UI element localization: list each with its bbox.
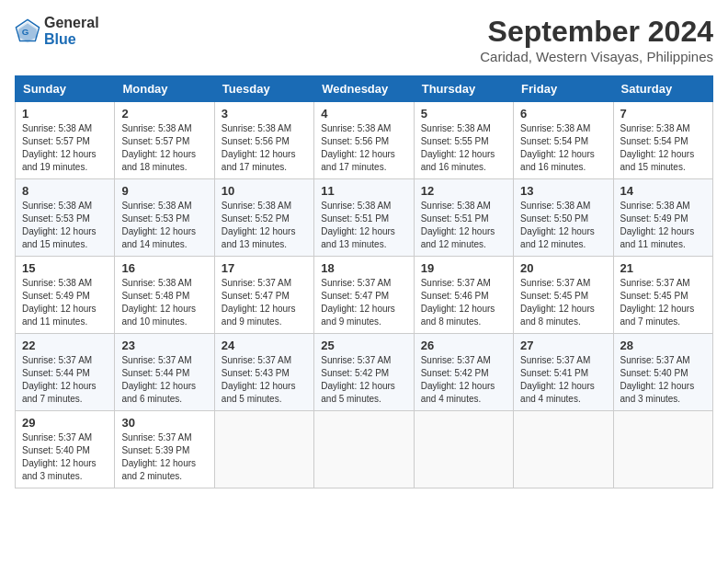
day-info: Sunrise: 5:37 AMSunset: 5:47 PMDaylight:… [222, 278, 296, 327]
day-number: 29 [22, 416, 108, 430]
calendar-cell: 27 Sunrise: 5:37 AMSunset: 5:41 PMDaylig… [514, 334, 613, 411]
weekday-header-thursday: Thursday [414, 76, 513, 102]
day-info: Sunrise: 5:37 AMSunset: 5:44 PMDaylight:… [121, 355, 196, 404]
day-info: Sunrise: 5:37 AMSunset: 5:39 PMDaylight:… [121, 432, 196, 481]
weekday-header-wednesday: Wednesday [314, 76, 414, 102]
calendar-cell: 30 Sunrise: 5:37 AMSunset: 5:39 PMDaylig… [115, 411, 214, 488]
day-number: 17 [222, 261, 307, 275]
day-number: 13 [520, 184, 606, 198]
day-info: Sunrise: 5:38 AMSunset: 5:53 PMDaylight:… [22, 201, 97, 249]
calendar-cell: 21 Sunrise: 5:37 AMSunset: 5:45 PMDaylig… [613, 257, 712, 334]
calendar-cell: 29 Sunrise: 5:37 AMSunset: 5:40 PMDaylig… [16, 411, 115, 488]
day-info: Sunrise: 5:38 AMSunset: 5:51 PMDaylight:… [321, 201, 395, 249]
day-info: Sunrise: 5:37 AMSunset: 5:45 PMDaylight:… [620, 278, 695, 327]
day-info: Sunrise: 5:38 AMSunset: 5:55 PMDaylight:… [421, 123, 495, 172]
svg-text:G: G [22, 28, 29, 38]
day-info: Sunrise: 5:37 AMSunset: 5:45 PMDaylight:… [520, 278, 595, 327]
day-info: Sunrise: 5:38 AMSunset: 5:53 PMDaylight:… [121, 201, 196, 249]
day-number: 6 [520, 107, 606, 121]
day-info: Sunrise: 5:38 AMSunset: 5:52 PMDaylight:… [222, 201, 296, 249]
day-number: 7 [620, 107, 706, 121]
day-number: 9 [121, 184, 207, 198]
weekday-header-sunday: Sunday [16, 76, 115, 102]
day-number: 22 [22, 339, 108, 352]
calendar-cell: 26 Sunrise: 5:37 AMSunset: 5:42 PMDaylig… [414, 334, 513, 411]
calendar-cell: 17 Sunrise: 5:37 AMSunset: 5:47 PMDaylig… [214, 257, 313, 334]
day-number: 28 [620, 339, 706, 352]
calendar-cell [214, 411, 313, 488]
day-number: 23 [121, 339, 207, 352]
day-info: Sunrise: 5:37 AMSunset: 5:42 PMDaylight:… [421, 355, 495, 404]
day-number: 27 [520, 339, 606, 352]
day-info: Sunrise: 5:38 AMSunset: 5:57 PMDaylight:… [121, 123, 196, 172]
calendar-cell: 4 Sunrise: 5:38 AMSunset: 5:56 PMDayligh… [314, 102, 414, 179]
day-number: 24 [222, 339, 307, 352]
day-number: 1 [22, 107, 108, 121]
location: Caridad, Western Visayas, Philippines [480, 49, 713, 64]
day-info: Sunrise: 5:38 AMSunset: 5:50 PMDaylight:… [520, 201, 595, 249]
day-info: Sunrise: 5:37 AMSunset: 5:40 PMDaylight:… [22, 432, 97, 481]
calendar-cell [613, 411, 712, 488]
calendar-cell: 8 Sunrise: 5:38 AMSunset: 5:53 PMDayligh… [16, 179, 115, 257]
day-info: Sunrise: 5:38 AMSunset: 5:54 PMDaylight:… [620, 123, 695, 172]
day-number: 16 [121, 261, 207, 275]
day-info: Sunrise: 5:38 AMSunset: 5:54 PMDaylight:… [520, 123, 595, 172]
calendar-cell: 20 Sunrise: 5:37 AMSunset: 5:45 PMDaylig… [514, 257, 613, 334]
month-title: September 2024 [480, 15, 713, 49]
day-number: 12 [421, 184, 506, 198]
day-number: 2 [121, 107, 207, 121]
day-info: Sunrise: 5:37 AMSunset: 5:40 PMDaylight:… [620, 355, 695, 404]
calendar-cell: 11 Sunrise: 5:38 AMSunset: 5:51 PMDaylig… [314, 179, 414, 257]
day-info: Sunrise: 5:38 AMSunset: 5:56 PMDaylight:… [321, 123, 395, 172]
calendar-cell: 14 Sunrise: 5:38 AMSunset: 5:49 PMDaylig… [613, 179, 712, 257]
day-info: Sunrise: 5:38 AMSunset: 5:51 PMDaylight:… [421, 201, 495, 249]
calendar-cell: 28 Sunrise: 5:37 AMSunset: 5:40 PMDaylig… [613, 334, 712, 411]
day-info: Sunrise: 5:37 AMSunset: 5:41 PMDaylight:… [520, 355, 595, 404]
day-number: 30 [121, 416, 207, 430]
calendar-cell: 5 Sunrise: 5:38 AMSunset: 5:55 PMDayligh… [414, 102, 513, 179]
calendar-week-3: 15 Sunrise: 5:38 AMSunset: 5:49 PMDaylig… [16, 257, 713, 334]
day-number: 15 [22, 261, 108, 275]
day-number: 19 [421, 261, 506, 275]
calendar-cell: 16 Sunrise: 5:38 AMSunset: 5:48 PMDaylig… [115, 257, 214, 334]
day-number: 10 [222, 184, 307, 198]
day-info: Sunrise: 5:38 AMSunset: 5:57 PMDaylight:… [22, 123, 97, 172]
calendar-table: SundayMondayTuesdayWednesdayThursdayFrid… [15, 75, 713, 488]
page-header: G General Blue September 2024 Caridad, W… [15, 15, 713, 64]
calendar-cell [514, 411, 613, 488]
calendar-week-5: 29 Sunrise: 5:37 AMSunset: 5:40 PMDaylig… [16, 411, 713, 488]
logo-icon: G [15, 18, 40, 44]
calendar-cell: 15 Sunrise: 5:38 AMSunset: 5:49 PMDaylig… [16, 257, 115, 334]
calendar-cell [414, 411, 513, 488]
calendar-cell: 9 Sunrise: 5:38 AMSunset: 5:53 PMDayligh… [115, 179, 214, 257]
calendar-week-2: 8 Sunrise: 5:38 AMSunset: 5:53 PMDayligh… [16, 179, 713, 257]
day-info: Sunrise: 5:38 AMSunset: 5:49 PMDaylight:… [620, 201, 695, 249]
calendar-header-row: SundayMondayTuesdayWednesdayThursdayFrid… [16, 76, 713, 102]
logo-line1: General [44, 15, 99, 31]
day-number: 14 [620, 184, 706, 198]
calendar-cell: 3 Sunrise: 5:38 AMSunset: 5:56 PMDayligh… [214, 102, 313, 179]
calendar-cell: 2 Sunrise: 5:38 AMSunset: 5:57 PMDayligh… [115, 102, 214, 179]
calendar-cell: 13 Sunrise: 5:38 AMSunset: 5:50 PMDaylig… [514, 179, 613, 257]
day-number: 18 [321, 261, 406, 275]
calendar-cell: 10 Sunrise: 5:38 AMSunset: 5:52 PMDaylig… [214, 179, 313, 257]
calendar-cell: 6 Sunrise: 5:38 AMSunset: 5:54 PMDayligh… [514, 102, 613, 179]
day-number: 21 [620, 261, 706, 275]
weekday-header-monday: Monday [115, 76, 214, 102]
calendar-week-4: 22 Sunrise: 5:37 AMSunset: 5:44 PMDaylig… [16, 334, 713, 411]
day-number: 26 [421, 339, 506, 352]
calendar-cell: 1 Sunrise: 5:38 AMSunset: 5:57 PMDayligh… [16, 102, 115, 179]
calendar-cell: 24 Sunrise: 5:37 AMSunset: 5:43 PMDaylig… [214, 334, 313, 411]
day-info: Sunrise: 5:38 AMSunset: 5:49 PMDaylight:… [22, 278, 97, 327]
title-block: September 2024 Caridad, Western Visayas,… [480, 15, 713, 64]
calendar-cell: 23 Sunrise: 5:37 AMSunset: 5:44 PMDaylig… [115, 334, 214, 411]
day-number: 8 [22, 184, 108, 198]
calendar-cell: 7 Sunrise: 5:38 AMSunset: 5:54 PMDayligh… [613, 102, 712, 179]
day-info: Sunrise: 5:38 AMSunset: 5:56 PMDaylight:… [222, 123, 296, 172]
calendar-week-1: 1 Sunrise: 5:38 AMSunset: 5:57 PMDayligh… [16, 102, 713, 179]
logo: G General Blue [15, 15, 99, 49]
day-info: Sunrise: 5:37 AMSunset: 5:46 PMDaylight:… [421, 278, 495, 327]
calendar-cell: 18 Sunrise: 5:37 AMSunset: 5:47 PMDaylig… [314, 257, 414, 334]
weekday-header-tuesday: Tuesday [214, 76, 313, 102]
day-number: 4 [321, 107, 406, 121]
